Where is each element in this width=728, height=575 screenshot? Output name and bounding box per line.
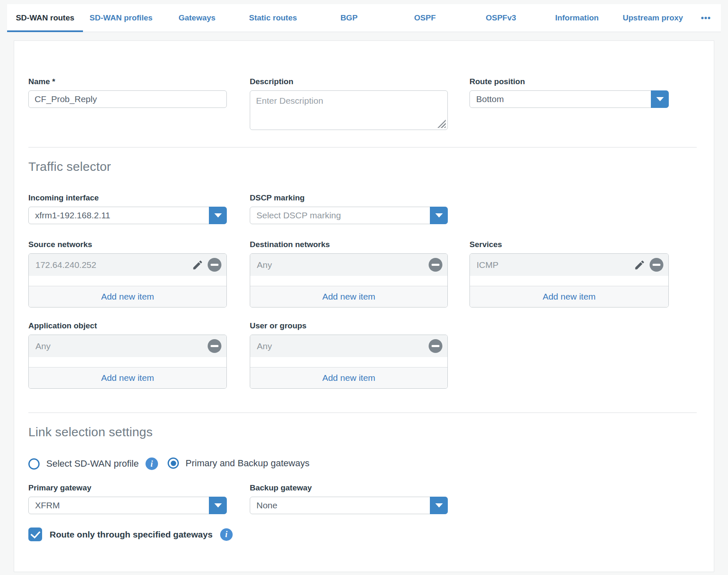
name-field-group: Name * (28, 77, 227, 108)
link-selection-heading: Link selection settings (28, 425, 153, 439)
chevron-down-icon (435, 503, 443, 508)
listbox-empty-area (29, 276, 226, 286)
dropdown-button[interactable] (209, 207, 227, 224)
backup-gateway-select[interactable]: None (250, 497, 448, 514)
dropdown-button[interactable] (209, 497, 227, 514)
dscp-marking-placeholder: Select DSCP marking (256, 210, 341, 220)
tab-label: Gateways (178, 13, 216, 22)
tab-sdwan-routes[interactable]: SD-WAN routes (7, 4, 83, 32)
chevron-down-icon (656, 97, 664, 101)
section-divider (28, 147, 697, 148)
remove-item-icon[interactable] (650, 258, 663, 272)
description-textarea[interactable] (250, 90, 448, 130)
tab-label: OSPF (414, 13, 436, 22)
chevron-down-icon (435, 213, 443, 218)
dropdown-button[interactable] (651, 90, 669, 108)
primary-gateway-label: Primary gateway (28, 483, 227, 492)
remove-item-icon[interactable] (208, 339, 221, 353)
tab-static-routes[interactable]: Static routes (235, 4, 311, 32)
add-new-item-label: Add new item (542, 292, 595, 302)
description-label: Description (250, 77, 448, 86)
incoming-interface-label: Incoming interface (28, 193, 227, 202)
tab-ospfv3[interactable]: OSPFv3 (463, 4, 539, 32)
remove-item-icon[interactable] (208, 258, 221, 272)
list-item: ICMP (470, 254, 668, 276)
chevron-down-icon (214, 213, 222, 218)
route-position-value: Bottom (476, 94, 504, 104)
traffic-selector-heading: Traffic selector (28, 160, 111, 174)
route-position-select[interactable]: Bottom (469, 90, 669, 108)
remove-item-icon[interactable] (429, 339, 442, 353)
listbox-empty-area (29, 357, 226, 367)
add-new-item-button[interactable]: Add new item (250, 286, 447, 307)
tab-upstream-proxy[interactable]: Upstream proxy (615, 4, 691, 32)
primary-gateway-field-group: Primary gateway XFRM (28, 483, 227, 514)
name-input[interactable] (28, 90, 227, 108)
services-field-group: Services ICMP Add new item (469, 240, 669, 308)
name-label: Name * (28, 77, 227, 86)
ellipsis-icon: ••• (701, 13, 711, 23)
radio-button-icon[interactable] (168, 458, 179, 469)
list-item-text: Any (257, 260, 272, 270)
radio-button-icon[interactable] (28, 458, 40, 470)
list-item: Any (250, 254, 447, 276)
dropdown-button[interactable] (430, 497, 448, 514)
primary-gateway-value: XFRM (35, 500, 60, 510)
incoming-interface-field-group: Incoming interface xfrm1-192.168.2.11 (28, 193, 227, 224)
tab-label: SD-WAN profiles (90, 13, 153, 22)
backup-gateway-field-group: Backup gateway None (250, 483, 448, 514)
checkbox-label: Route only through specified gateways (50, 530, 213, 540)
services-listbox: ICMP Add new item (469, 253, 669, 308)
primary-gateway-select[interactable]: XFRM (28, 497, 227, 514)
add-new-item-button[interactable]: Add new item (29, 367, 226, 388)
tab-label: Information (555, 13, 599, 22)
dscp-marking-select[interactable]: Select DSCP marking (250, 207, 448, 224)
application-object-field-group: Application object Any Add new item (28, 321, 227, 389)
list-item-text: 172.64.240.252 (35, 260, 96, 270)
radio-primary-backup-gateways[interactable]: Primary and Backup gateways (168, 458, 309, 469)
chevron-down-icon (214, 503, 222, 508)
description-field-group: Description (250, 77, 448, 132)
incoming-interface-value: xfrm1-192.168.2.11 (35, 210, 110, 220)
destination-networks-field-group: Destination networks Any Add new item (250, 240, 448, 308)
user-or-groups-label: User or groups (250, 321, 448, 330)
add-new-item-button[interactable]: Add new item (29, 286, 226, 307)
more-tabs-button[interactable]: ••• (691, 4, 721, 32)
add-new-item-label: Add new item (101, 373, 154, 383)
list-item: Any (250, 335, 447, 357)
application-object-listbox: Any Add new item (28, 335, 227, 389)
user-or-groups-field-group: User or groups Any Add new item (250, 321, 448, 389)
add-new-item-label: Add new item (101, 292, 154, 302)
destination-networks-label: Destination networks (250, 240, 448, 249)
add-new-item-button[interactable]: Add new item (470, 286, 668, 307)
listbox-empty-area (250, 276, 447, 286)
list-item-text: Any (257, 341, 272, 351)
dropdown-button[interactable] (430, 207, 448, 224)
radio-select-sdwan-profile[interactable]: Select SD-WAN profile i (28, 458, 158, 470)
info-icon[interactable]: i (146, 458, 158, 470)
tab-gateways[interactable]: Gateways (159, 4, 235, 32)
remove-item-icon[interactable] (429, 258, 442, 272)
edit-pencil-icon[interactable] (634, 259, 645, 271)
checkbox-checked-icon[interactable] (28, 528, 42, 541)
add-new-item-button[interactable]: Add new item (250, 367, 447, 388)
add-new-item-label: Add new item (322, 373, 375, 383)
list-item-text: ICMP (477, 260, 499, 270)
edit-pencil-icon[interactable] (192, 259, 203, 271)
tab-bgp[interactable]: BGP (311, 4, 387, 32)
services-label: Services (469, 240, 669, 249)
source-networks-listbox: 172.64.240.252 Add new item (28, 253, 227, 308)
info-icon[interactable]: i (220, 528, 233, 541)
tab-label: Static routes (249, 13, 297, 22)
backup-gateway-label: Backup gateway (250, 483, 448, 492)
tab-label: BGP (340, 13, 357, 22)
tab-information[interactable]: Information (539, 4, 615, 32)
tab-ospf[interactable]: OSPF (387, 4, 463, 32)
add-new-item-label: Add new item (322, 292, 375, 302)
incoming-interface-select[interactable]: xfrm1-192.168.2.11 (28, 207, 227, 224)
dscp-marking-field-group: DSCP marking Select DSCP marking (250, 193, 448, 224)
tab-sdwan-profiles[interactable]: SD-WAN profiles (83, 4, 159, 32)
route-position-field-group: Route position Bottom (469, 77, 669, 108)
application-object-label: Application object (28, 321, 227, 330)
list-item-text: Any (35, 341, 50, 351)
